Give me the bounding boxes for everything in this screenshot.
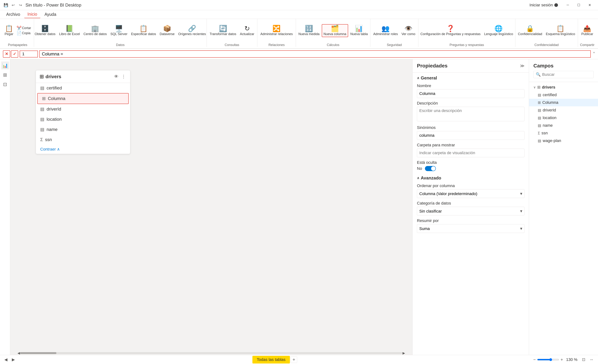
section-header-advanced[interactable]: ∧ Avanzado [413, 173, 529, 182]
prop-carpeta: Carpeta para mostrar [413, 141, 529, 159]
columna-label: Columna [542, 100, 558, 105]
add-tab-button[interactable]: + [291, 356, 297, 363]
menu-inicio[interactable]: Inicio [24, 11, 41, 18]
administrar-roles-button[interactable]: 👥 Administrar roles [372, 24, 399, 37]
undo-icon[interactable]: ↩ [10, 2, 16, 8]
properties-expand-button[interactable]: ≫ [520, 63, 524, 68]
configuracion-preguntas-label: Configuración de Preguntas y respuestas [420, 32, 481, 36]
oculta-toggle[interactable] [425, 166, 436, 171]
close-button[interactable]: ✕ [584, 1, 595, 9]
tab-nav-prev[interactable]: ◀ [3, 356, 9, 363]
sinonimos-input[interactable] [417, 131, 524, 140]
table-row-ssn[interactable]: Σ ssn [36, 135, 130, 145]
formula-input[interactable] [39, 50, 591, 58]
centro-datos-button[interactable]: 🏢 Centro de datos [82, 24, 108, 37]
table-row-certified[interactable]: ▤ certified [36, 83, 130, 93]
ordenar-select[interactable]: Columna (Valor predeterminado) [417, 189, 524, 198]
especificar-datos-button[interactable]: 📋 Especificar datos [130, 24, 158, 37]
nombre-input[interactable] [417, 89, 524, 98]
nueva-medida-button[interactable]: 🔢 Nueva medida [297, 24, 321, 37]
libro-excel-button[interactable]: 📗 Libro de Excel [58, 24, 81, 37]
transformar-datos-button[interactable]: 🔄 Transformar datos [208, 24, 238, 37]
formula-confirm-button[interactable]: ✓ [11, 50, 18, 58]
esquema-button[interactable]: 📋 Esquema lingüístico [544, 24, 577, 37]
confidencialidad-button[interactable]: 🔒 Confidencialidad [516, 24, 544, 37]
publicar-label: Publicar [581, 32, 593, 36]
search-input[interactable] [542, 72, 592, 77]
nueva-columna-button[interactable]: 🗂️ Nueva columna [322, 24, 348, 37]
field-item-ssn[interactable]: Σ ssn [529, 129, 598, 137]
dataverse-button[interactable]: 📦 Dataverse [158, 24, 176, 37]
table-card-preview-icon[interactable]: 👁 [113, 73, 119, 80]
zoom-plus-button[interactable]: + [561, 357, 563, 362]
tab-nav-next[interactable]: ▶ [10, 356, 16, 363]
administrar-relaciones-button[interactable]: 🔀 Administrar relaciones [259, 24, 294, 37]
copia-button[interactable]: 📄 Copia [16, 31, 32, 36]
libro-excel-icon: 📗 [65, 25, 74, 32]
menu-ayuda[interactable]: Ayuda [41, 11, 59, 18]
sql-server-button[interactable]: 🖥️ SQL Server [109, 24, 129, 37]
scroll-left-arrow[interactable]: ◀ [17, 351, 20, 355]
publicar-button[interactable]: 📤 Publicar [580, 24, 595, 37]
ver-como-button[interactable]: 👁️ Ver como [400, 24, 417, 37]
obtener-datos-button[interactable]: 🗄️ Obtener datos [33, 24, 57, 37]
minimize-button[interactable]: ─ [562, 1, 573, 9]
lenguaje-button[interactable]: 🌐 Lenguaje lingüístico [483, 24, 515, 37]
ribbon-group-relaciones: 🔀 Administrar relaciones Relaciones [257, 19, 296, 47]
field-item-name[interactable]: ▤ name [529, 122, 598, 129]
sidebar-data-icon[interactable]: ⊞ [1, 71, 9, 79]
field-item-driverid[interactable]: ▤ driverId [529, 106, 598, 114]
zoom-minus-button[interactable]: − [533, 357, 536, 362]
field-item-wage-plan[interactable]: ▤ wage-plan [529, 137, 598, 145]
table-card-more-icon[interactable]: ⋮ [121, 73, 126, 80]
transformar-datos-label: Transformar datos [210, 32, 236, 36]
administrar-roles-label: Administrar roles [373, 32, 398, 36]
sidebar-model-icon[interactable]: ⊡ [1, 80, 9, 88]
nueva-tabla-label: Nueva tabla [350, 32, 368, 36]
origenes-recientes-button[interactable]: 🔗 Orígenes recientes [177, 24, 207, 37]
app-title: Sin título - Power BI Desktop [25, 2, 81, 8]
field-group-drivers[interactable]: ∨ ⊞ drivers [529, 83, 598, 91]
configuracion-preguntas-icon: ❓ [446, 25, 455, 32]
titlebar-icons: 💾 ↩ ↪ [3, 2, 23, 8]
descripcion-textarea[interactable] [417, 107, 524, 121]
field-item-location[interactable]: ▤ location [529, 114, 598, 122]
carpeta-input[interactable] [417, 149, 524, 157]
fit-width-button[interactable]: ↔ [588, 356, 595, 363]
section-header-general[interactable]: ∧ General [413, 73, 529, 82]
field-item-columna[interactable]: ⊞ Columna [529, 99, 598, 106]
categoria-select[interactable]: Sin clasificar [417, 207, 524, 215]
field-item-certified[interactable]: ▤ certified [529, 91, 598, 99]
formula-expand-icon[interactable]: ˅ [593, 51, 595, 57]
name-field-label: name [47, 127, 58, 132]
menu-archivo[interactable]: Archivo [3, 11, 24, 18]
zoom-slider[interactable] [537, 358, 559, 361]
nueva-tabla-button[interactable]: 📊 Nueva tabla [349, 24, 369, 37]
table-row-columna[interactable]: ⊞ Columna [37, 93, 129, 104]
save-icon[interactable]: 💾 [3, 2, 9, 8]
actualizar-button[interactable]: ↻ Actualizar [238, 24, 256, 37]
pegar-button[interactable]: 📋 Pegar [3, 24, 15, 37]
oculta-label: Está oculta [417, 160, 524, 165]
cortar-button[interactable]: ✂️ Cortar [16, 26, 32, 31]
resumir-select[interactable]: Suma [417, 224, 524, 233]
collapse-button[interactable]: Contraer ∧ [36, 145, 130, 154]
fit-page-button[interactable]: ⊡ [581, 356, 587, 363]
redo-icon[interactable]: ↪ [17, 2, 23, 8]
tab-todas-las-tablas[interactable]: Todas las tablas [252, 356, 290, 364]
scrollbar-thumb[interactable] [20, 352, 56, 354]
seguridad-items: 👥 Administrar roles 👁️ Ver como [372, 19, 417, 42]
signin-button[interactable]: Iniciar sesión [530, 3, 558, 8]
formula-cancel-button[interactable]: ✕ [3, 50, 10, 58]
scroll-right-arrow[interactable]: ▶ [403, 351, 405, 355]
configuracion-preguntas-button[interactable]: ❓ Configuración de Preguntas y respuesta… [419, 24, 482, 37]
restore-button[interactable]: ☐ [573, 1, 584, 9]
ordenar-select-wrapper: Columna (Valor predeterminado) [417, 189, 524, 198]
tab-label: Todas las tablas [257, 357, 286, 362]
cortar-icon: ✂️ [17, 26, 21, 30]
table-row-name[interactable]: ▤ name [36, 124, 130, 135]
table-row-location[interactable]: ▤ location [36, 114, 130, 124]
wage-plan-icon: ▤ [538, 138, 541, 143]
table-row-driverid[interactable]: ▤ driverId [36, 104, 130, 114]
sidebar-report-icon[interactable]: 📊 [1, 61, 9, 69]
